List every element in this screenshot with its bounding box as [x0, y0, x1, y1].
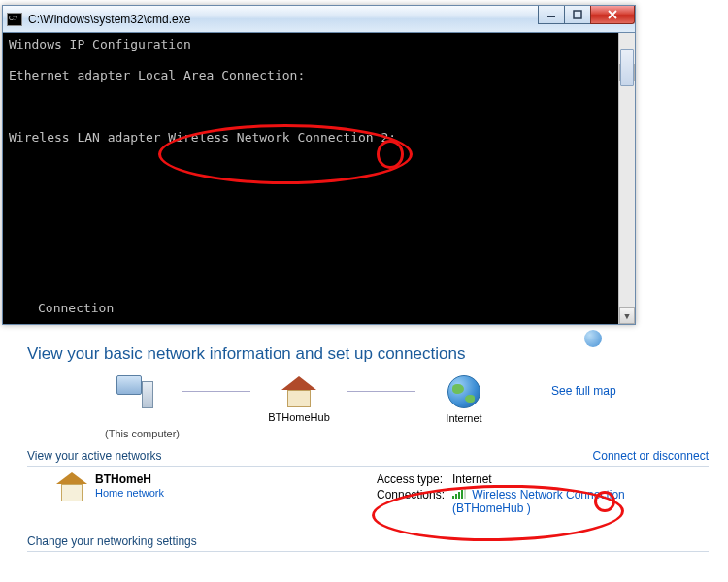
globe-icon	[447, 375, 480, 408]
page-title: View your basic network information and …	[27, 344, 709, 364]
connector-line	[347, 391, 415, 392]
connections-label: Connections:	[377, 488, 452, 515]
see-full-map-link[interactable]: See full map	[551, 384, 616, 398]
node-label: Internet	[446, 412, 481, 424]
output-line: Wireless LAN adapter Wireless Network Co…	[9, 130, 396, 145]
home-network-icon	[56, 472, 87, 501]
network-sharing-panel: View your basic network information and …	[27, 344, 709, 556]
router-icon	[281, 376, 316, 407]
node-label	[132, 412, 135, 424]
output-line: Ethernet adapter Local Area Connection:	[9, 68, 305, 82]
signal-icon	[452, 489, 466, 499]
node-router: BTHomeHub	[231, 376, 367, 423]
active-networks-header: View your active networks Connect or dis…	[27, 449, 709, 467]
window-controls	[539, 6, 635, 24]
node-label: BTHomeHub	[268, 411, 330, 423]
section-title: View your active networks	[27, 449, 162, 463]
computer-icon	[115, 375, 153, 408]
cmd-window: C:\ C:\Windows\system32\cmd.exe Windows …	[2, 5, 636, 325]
network-identity: BTHomeH Home network	[56, 472, 347, 517]
titlebar[interactable]: C:\ C:\Windows\system32\cmd.exe	[3, 6, 635, 33]
connector-line	[182, 391, 250, 392]
active-network-row: BTHomeH Home network Access type: Intern…	[27, 472, 709, 517]
access-type-value: Internet	[452, 472, 492, 486]
output-line: Windows IP Configuration	[9, 37, 191, 51]
close-button[interactable]	[590, 6, 635, 24]
network-name: BTHomeH	[95, 472, 164, 486]
scroll-down-arrow[interactable]: ▼	[619, 307, 635, 324]
node-this-computer	[66, 375, 202, 424]
home-network-link[interactable]: Home network	[95, 487, 164, 499]
see-full-map[interactable]: See full map	[551, 384, 616, 398]
output-line: Connection	[38, 301, 114, 316]
terminal-output[interactable]: Windows IP Configuration Ethernet adapte…	[3, 33, 635, 324]
scroll-thumb[interactable]	[620, 49, 634, 86]
connection-link[interactable]: Wireless Network Connection(BTHomeHub )	[452, 488, 625, 515]
cmd-icon: C:\	[7, 13, 22, 26]
refresh-icon[interactable]	[584, 330, 602, 347]
minimize-button[interactable]	[538, 6, 565, 24]
this-computer-label: (This computer)	[105, 428, 709, 439]
network-details: Access type: Internet Connections: Wirel…	[377, 472, 625, 517]
svg-rect-0	[547, 16, 555, 17]
svg-rect-1	[574, 11, 581, 18]
section-title: Change your networking settings	[27, 534, 197, 548]
vertical-scrollbar[interactable]: ▲ ▼	[618, 33, 635, 324]
change-settings-header: Change your networking settings	[27, 534, 709, 552]
node-internet: Internet	[396, 375, 532, 424]
connect-disconnect-link[interactable]: Connect or disconnect	[593, 449, 709, 463]
network-map: BTHomeHub Internet See full map	[66, 375, 709, 424]
maximize-button[interactable]	[564, 6, 591, 24]
access-type-label: Access type:	[377, 472, 452, 486]
